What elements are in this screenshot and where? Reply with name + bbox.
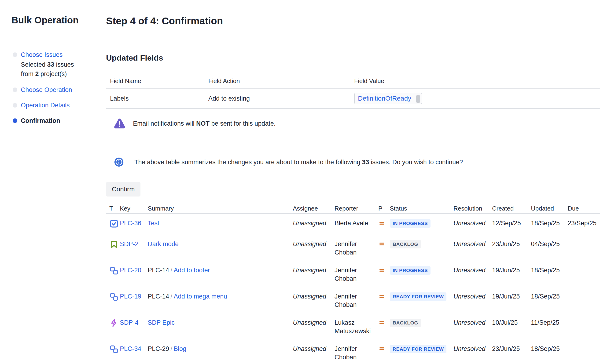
issue-key-link[interactable]: PLC-20 [120,267,141,274]
bulk-operation-page: Bulk Operation Choose Issues Selected 33… [0,0,600,364]
issue-key-link[interactable]: PLC-34 [120,345,141,352]
status-badge: READY FOR REVIEW [390,292,446,301]
due-cell: 23/Sep/25 [568,219,600,230]
status-badge: IN PROGRESS [390,266,431,275]
column-header-assignee: Assignee [293,201,335,213]
table-row: SDP-4 SDP Epic Unassigned Łukasz Matusze… [106,314,600,340]
issue-key-link[interactable]: PLC-36 [120,220,141,227]
status-badge: IN PROGRESS [390,219,431,228]
email-warning-notice: Email notifications will NOT be sent for… [114,118,276,129]
table-row: SDP-2 Dark mode Unassigned Jennifer Chob… [106,235,600,261]
due-cell [568,240,600,257]
column-header-reporter: Reporter [335,201,378,213]
updated-cell: 18/Sep/25 [531,292,568,309]
warning-text: Email notifications will NOT be sent for… [133,120,276,127]
info-icon [114,157,124,167]
updated-cell: 04/Sep/25 [531,240,568,257]
updated-fields-heading: Updated Fields [106,53,163,63]
resolution-cell: Unresolved [453,219,492,230]
updated-cell: 18/Sep/25 [531,219,568,230]
column-header-status: Status [390,201,453,213]
assignee-cell: Unassigned [293,318,335,335]
parent-key: PLC-29 [148,345,169,352]
priority-medium-icon [378,240,385,248]
created-cell: 12/Sep/25 [492,219,531,230]
issues-table: T Key Summary Assignee Reporter P Status… [106,201,600,364]
column-header-type: T [109,201,120,213]
issue-summary-link[interactable]: SDP Epic [148,319,175,326]
key-separator: / [169,345,174,352]
updated-fields-table: Field Name Field Action Field Value Labe… [106,76,600,109]
issue-summary-link[interactable]: Add to footer [174,267,210,274]
sidebar-item-label[interactable]: Choose Operation [21,86,72,94]
assignee-cell: Unassigned [293,345,335,361]
assignee-cell: Unassigned [293,240,335,257]
assignee-cell: Unassigned [293,219,335,230]
key-separator: / [169,293,174,300]
created-cell: 19/Jun/25 [492,266,531,283]
issue-summary-link[interactable]: Dark mode [148,240,179,247]
issue-summary-link[interactable]: Add to mega menu [174,293,227,300]
sidebar-item-confirmation: Confirmation [13,117,99,125]
due-cell [568,292,600,309]
assignee-cell: Unassigned [293,292,335,309]
parent-key: PLC-14 [148,293,169,300]
table-row: PLC-36 Test Unassigned Blerta Avale IN P… [106,214,600,235]
priority-medium-icon [378,292,385,300]
priority-medium-icon [378,318,385,327]
priority-medium-icon [378,266,385,274]
resolution-cell: Unresolved [453,345,492,361]
updated-fields-header-row: Field Name Field Action Field Value [106,76,600,89]
status-badge: READY FOR REVIEW [390,345,446,353]
subtask-icon [109,292,120,309]
issue-summary-link[interactable]: Blog [174,345,186,352]
updated-cell: 11/Sep/25 [531,318,568,335]
assignee-cell: Unassigned [293,266,335,283]
status-badge: BACKLOG [390,240,421,248]
updated-cell: 18/Sep/25 [531,266,568,283]
created-cell: 23/Jun/25 [492,240,531,257]
status-badge: BACKLOG [390,318,421,327]
column-header-priority: P [378,201,390,213]
column-header-field-name: Field Name [110,76,208,88]
confirm-button[interactable]: Confirm [106,182,141,197]
step-heading: Step 4 of 4: Confirmation [106,15,223,27]
key-separator: / [169,267,174,274]
created-cell: 10/Jul/25 [492,318,531,335]
issue-key-link[interactable]: PLC-19 [120,293,141,300]
reporter-cell: Jennifer Choban [335,345,376,361]
field-action-cell: Add to existing [208,95,354,102]
label-chip-text: DefinitionOfReady [358,95,411,102]
column-header-resolution: Resolution [453,201,492,213]
step-bullet-icon [13,52,17,57]
reporter-cell: Jennifer Choban [335,240,376,257]
wizard-steps-sidebar: Choose Issues Selected 33 issues from 2 … [13,51,99,125]
subtask-icon [109,345,120,361]
label-value-chip: DefinitionOfReady [354,93,422,104]
due-cell [568,345,600,361]
field-value-cell: DefinitionOfReady [354,93,600,104]
priority-medium-icon [378,345,385,353]
resolution-cell: Unresolved [453,240,492,257]
sidebar-item-label: Confirmation [21,117,60,125]
sidebar-item-operation-details[interactable]: Operation Details [13,101,99,109]
column-header-due: Due [568,201,600,213]
sidebar-item-choose-operation[interactable]: Choose Operation [13,86,99,94]
column-header-updated: Updated [531,201,568,213]
column-header-created: Created [492,201,531,213]
created-cell: 23/Jun/25 [492,345,531,361]
updated-cell: 18/Sep/25 [531,345,568,361]
sidebar-item-label[interactable]: Choose Issues [21,51,63,59]
field-name-cell: Labels [110,95,208,102]
table-row: PLC-20 PLC-14/Add to footer Unassigned J… [106,261,600,288]
sidebar-item-label[interactable]: Operation Details [21,101,70,109]
reporter-cell: Jennifer Choban [335,266,376,283]
sidebar-item-choose-issues[interactable]: Choose Issues [13,51,99,59]
due-cell [568,266,600,283]
issue-key-link[interactable]: SDP-4 [120,319,139,326]
issue-key-link[interactable]: SDP-2 [120,240,139,247]
issue-summary-link[interactable]: Test [148,220,159,227]
continue-info-notice: The above table summarizes the changes y… [114,157,463,167]
resolution-cell: Unresolved [453,266,492,283]
column-header-key: Key [120,201,148,213]
